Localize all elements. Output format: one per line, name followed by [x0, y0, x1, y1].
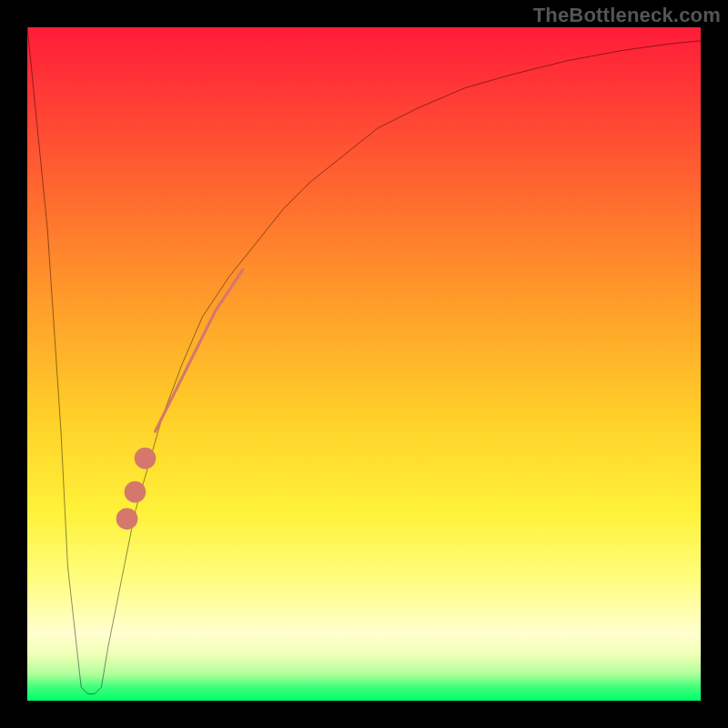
highlight-dot	[135, 448, 157, 470]
highlight-dots	[116, 448, 157, 530]
plot-area	[27, 27, 701, 701]
chart-svg	[27, 27, 701, 701]
chart-frame: TheBottleneck.com	[0, 0, 728, 728]
highlight-dot	[116, 508, 138, 530]
bottleneck-curve	[27, 27, 701, 694]
highlight-dot	[125, 481, 147, 503]
highlight-segment	[156, 269, 243, 431]
watermark-label: TheBottleneck.com	[533, 4, 721, 27]
